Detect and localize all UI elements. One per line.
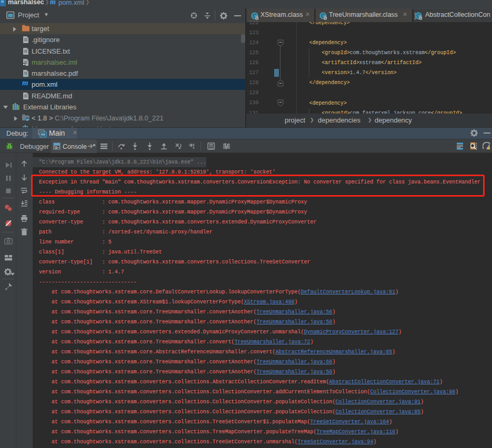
svg-text:?: ? bbox=[24, 73, 27, 77]
